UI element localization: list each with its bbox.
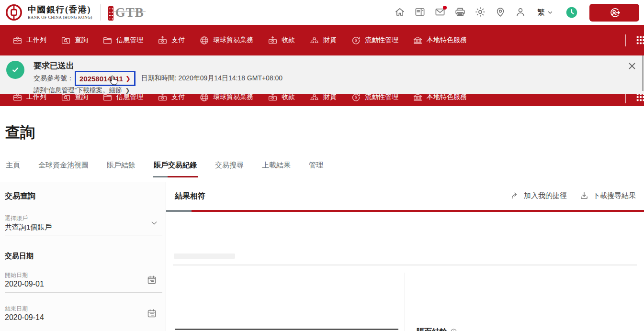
close-banner-button[interactable] xyxy=(626,60,638,73)
receive-icon xyxy=(268,94,278,102)
download-results-button[interactable]: 下載搜尋結果 xyxy=(579,191,636,200)
apps-grid-icon[interactable] xyxy=(635,94,644,102)
svg-text:$: $ xyxy=(355,38,357,43)
results-loading-bar xyxy=(166,210,644,212)
user-icon xyxy=(515,6,526,19)
tab-account-transactions[interactable]: 賬戶交易紀錄 xyxy=(154,161,197,177)
logout-icon xyxy=(608,6,621,19)
nav2-local-services[interactable]: 本地特色服務 xyxy=(413,94,467,102)
nav-divider xyxy=(625,34,626,46)
sidebar-title: 交易查詢 xyxy=(5,191,35,201)
calendar-icon[interactable] xyxy=(147,308,157,319)
scrollbar-thumb[interactable] xyxy=(642,55,644,91)
page-title: 查詢 xyxy=(5,122,35,143)
settings-icon xyxy=(475,6,486,19)
nav-message-center[interactable]: 信息管理 xyxy=(102,35,143,45)
nav2-global-trade[interactable]: 環球貿易業務 xyxy=(199,94,253,102)
igtb-wordmark: GTB xyxy=(115,5,144,20)
tab-admin[interactable]: 管理 xyxy=(309,161,323,177)
clipped-navbar-strip: 工作列 查詢 信息管理 支付 環 xyxy=(0,94,644,106)
success-notification-banner: 要求已送出 交易參考號： 20258014011 ❯ 日期和時間: 2020年0… xyxy=(0,55,644,94)
logo-divider xyxy=(100,4,101,21)
transaction-filter-sidebar: 交易查詢 選擇賬戶 共查詢1個賬戶 交易日期 開始日期 2020-09-01 結… xyxy=(0,182,166,331)
success-check-icon xyxy=(6,61,24,79)
shortcut-arrow-icon xyxy=(510,191,520,200)
end-date-value[interactable]: 2020-09-14 xyxy=(5,313,44,322)
globe-icon xyxy=(199,35,209,45)
account-select-label: 選擇賬戶 xyxy=(5,214,28,222)
tab-home[interactable]: 主頁 xyxy=(6,161,20,177)
loading-skeleton xyxy=(174,254,235,259)
transaction-ref-label: 交易參考號： xyxy=(34,74,74,83)
folder-icon xyxy=(102,35,113,45)
dashboard-icon xyxy=(414,6,426,19)
start-date-label: 開始日期 xyxy=(5,271,28,279)
header-dashboard[interactable] xyxy=(412,4,428,21)
language-selector[interactable]: 繁 xyxy=(534,7,556,18)
nav2-enquiry[interactable]: 查詢 xyxy=(61,94,88,102)
start-date-value[interactable]: 2020-09-01 xyxy=(5,280,44,288)
results-column-divider xyxy=(405,273,405,331)
details-link-arrow[interactable]: ❯ xyxy=(125,87,130,94)
mouse-cursor-pointer xyxy=(108,75,120,86)
header-user[interactable] xyxy=(512,4,529,21)
nav-local-services[interactable]: 本地特色服務 xyxy=(413,35,467,45)
add-shortcut-button[interactable]: 加入我的捷徑 xyxy=(510,191,567,200)
notification-title: 要求已送出 xyxy=(34,60,74,71)
tab-account-balance[interactable]: 賬戶結餘 xyxy=(107,161,136,177)
notification-message: 請到“信息管理”下載檔案。細節 xyxy=(34,86,122,95)
nav2-liquidity[interactable]: $ 流動性管理 xyxy=(351,94,398,102)
chevron-down-icon xyxy=(547,10,553,15)
logout-button[interactable] xyxy=(589,4,639,22)
secondary-navbar: 工作列 查詢 信息管理 支付 環 xyxy=(0,94,644,106)
treasury-icon xyxy=(309,94,319,102)
download-icon xyxy=(579,191,589,200)
nav-collections[interactable]: 收款 xyxy=(268,35,295,45)
transaction-ref-link[interactable]: 20258014011 ❯ xyxy=(75,71,136,86)
app-root: 中國銀行(香港) BANK OF CHINA (HONG KONG) GTB xyxy=(0,0,644,331)
mail-icon xyxy=(434,6,446,19)
nav-treasury[interactable]: 財資 xyxy=(309,35,337,45)
tab-global-cash-pool[interactable]: 全球資金池視圖 xyxy=(38,161,89,177)
folder-search-icon xyxy=(61,94,71,102)
nav-worklist[interactable]: 工作列 xyxy=(12,35,46,45)
nav2-payments[interactable]: 支付 xyxy=(158,94,185,102)
nav2-collections[interactable]: 收款 xyxy=(268,94,295,102)
pay-icon xyxy=(158,94,168,102)
nav-liquidity[interactable]: $ 流動性管理 xyxy=(351,35,398,45)
main-navbar: 工作列 查詢 信息管理 支付 環球貿易業務 xyxy=(0,25,644,55)
language-label: 繁 xyxy=(537,8,545,18)
chevron-down-icon[interactable] xyxy=(150,219,158,227)
globe-icon xyxy=(199,94,209,102)
bochk-logo: 中國銀行(香港) BANK OF CHINA (HONG KONG) xyxy=(5,3,92,22)
field-divider xyxy=(5,292,162,293)
tab-transaction-search[interactable]: 交易搜尋 xyxy=(215,161,244,177)
folder-icon xyxy=(102,94,113,102)
briefcase-icon xyxy=(12,35,23,45)
header-printer[interactable] xyxy=(452,4,468,21)
bank-name-en: BANK OF CHINA (HONG KONG) xyxy=(28,15,92,20)
nav2-message-center[interactable]: 信息管理 xyxy=(102,94,143,102)
account-select-value[interactable]: 共查詢1個賬戶 xyxy=(5,223,52,232)
nav-payments[interactable]: 支付 xyxy=(158,35,185,45)
header-location[interactable] xyxy=(492,4,508,21)
balance-label-clipped: 賬面結餘 xyxy=(417,327,457,331)
arrow-right-icon: ❯ xyxy=(125,75,131,82)
nav-enquiry[interactable]: 查詢 xyxy=(61,35,88,45)
header-mail[interactable] xyxy=(432,4,448,21)
results-divider xyxy=(173,265,637,265)
nav2-worklist[interactable]: 工作列 xyxy=(12,94,46,102)
header-settings[interactable] xyxy=(472,4,488,21)
session-timer-icon[interactable] xyxy=(565,6,578,19)
header-home[interactable] xyxy=(392,4,408,21)
location-icon xyxy=(495,6,506,19)
end-date-label: 結束日期 xyxy=(5,305,28,313)
results-title: 結果相符 xyxy=(175,191,205,201)
nav-global-trade[interactable]: 環球貿易業務 xyxy=(199,35,253,45)
printer-icon xyxy=(454,6,466,19)
bank-name-zh: 中國銀行(香港) xyxy=(28,5,92,14)
tab-upload-results[interactable]: 上載結果 xyxy=(262,161,291,177)
nav2-treasury[interactable]: 財資 xyxy=(309,94,337,102)
calendar-icon[interactable] xyxy=(147,275,157,285)
apps-grid-icon[interactable] xyxy=(635,35,644,45)
